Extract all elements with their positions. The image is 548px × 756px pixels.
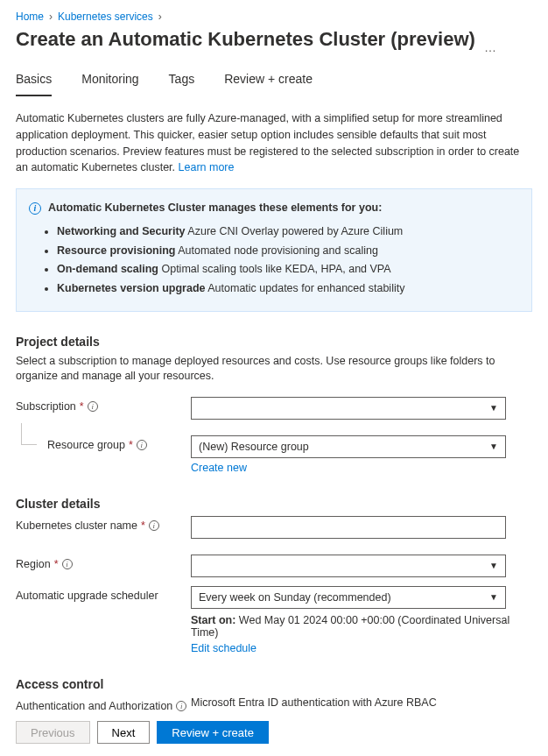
region-label: Region (16, 558, 51, 570)
required-indicator: * (80, 400, 84, 413)
upgrade-scheduler-select[interactable]: Every week on Sunday (recommended) ▼ (191, 586, 506, 609)
managed-item: Networking and Security Azure CNI Overla… (57, 223, 519, 240)
info-icon[interactable]: i (137, 440, 147, 450)
tab-tags[interactable]: Tags (169, 67, 195, 95)
subscription-select[interactable]: ▼ (191, 397, 506, 420)
chevron-down-icon: ▼ (489, 561, 498, 570)
start-on-text: Start on: Wed May 01 2024 00:00 +00:00 (… (191, 614, 532, 639)
breadcrumb-home[interactable]: Home (16, 11, 44, 23)
breadcrumb: Home › Kubernetes services › (16, 11, 532, 23)
info-icon: i (29, 202, 41, 215)
chevron-right-icon: › (49, 11, 53, 23)
required-indicator: * (54, 558, 59, 570)
project-details-desc: Select a subscription to manage deployed… (16, 354, 532, 385)
tab-monitoring[interactable]: Monitoring (81, 67, 138, 95)
tab-review-create[interactable]: Review + create (224, 67, 313, 95)
more-actions-icon[interactable]: … (484, 40, 497, 54)
auth-label: Authentication and Authorization (16, 700, 172, 712)
intro-text: Automatic Kubernetes clusters are fully … (16, 110, 532, 176)
info-icon[interactable]: i (62, 559, 73, 569)
managed-elements-infobox: i Automatic Kubernetes Cluster manages t… (16, 188, 532, 312)
chevron-down-icon: ▼ (489, 592, 498, 602)
section-access-control: Access control (16, 677, 532, 691)
edit-schedule-link[interactable]: Edit schedule (191, 642, 256, 654)
managed-item: Resource provisioning Automated node pro… (57, 243, 519, 259)
region-select[interactable]: ▼ (191, 555, 506, 577)
info-icon[interactable]: i (88, 401, 98, 412)
chevron-down-icon: ▼ (489, 442, 498, 451)
page-title: Create an Automatic Kubernetes Cluster (… (16, 28, 475, 51)
cluster-name-label: Kubernetes cluster name (16, 519, 137, 532)
infobox-heading: Automatic Kubernetes Cluster manages the… (48, 200, 382, 216)
learn-more-link[interactable]: Learn more (179, 161, 235, 173)
chevron-down-icon: ▼ (489, 403, 498, 413)
create-new-link[interactable]: Create new (191, 462, 247, 474)
required-indicator: * (129, 439, 133, 451)
tab-basics[interactable]: Basics (16, 67, 52, 96)
tabs: Basics Monitoring Tags Review + create (16, 67, 532, 96)
resource-group-select[interactable]: (New) Resource group ▼ (191, 435, 506, 458)
managed-item: Kubernetes version upgrade Automatic upd… (57, 280, 519, 297)
previous-button: Previous (16, 721, 90, 744)
auth-value: Microsoft Entra ID authentication with A… (191, 696, 532, 709)
info-icon[interactable]: i (176, 701, 186, 711)
breadcrumb-kubernetes-services[interactable]: Kubernetes services (58, 11, 153, 23)
next-button[interactable]: Next (97, 721, 151, 744)
cluster-name-input[interactable] (191, 516, 506, 539)
resource-group-label: Resource group (47, 439, 125, 451)
managed-item: On-demand scaling Optimal scaling tools … (57, 261, 519, 278)
wizard-footer: Previous Next Review + create (0, 712, 548, 756)
required-indicator: * (141, 519, 145, 532)
review-create-button[interactable]: Review + create (157, 721, 269, 744)
section-cluster-details: Cluster details (16, 497, 532, 511)
subscription-label: Subscription (16, 400, 76, 413)
upgrade-scheduler-label: Automatic upgrade scheduler (16, 590, 158, 602)
info-icon[interactable]: i (149, 520, 159, 531)
section-project-details: Project details (16, 335, 532, 349)
chevron-right-icon: › (158, 11, 162, 23)
